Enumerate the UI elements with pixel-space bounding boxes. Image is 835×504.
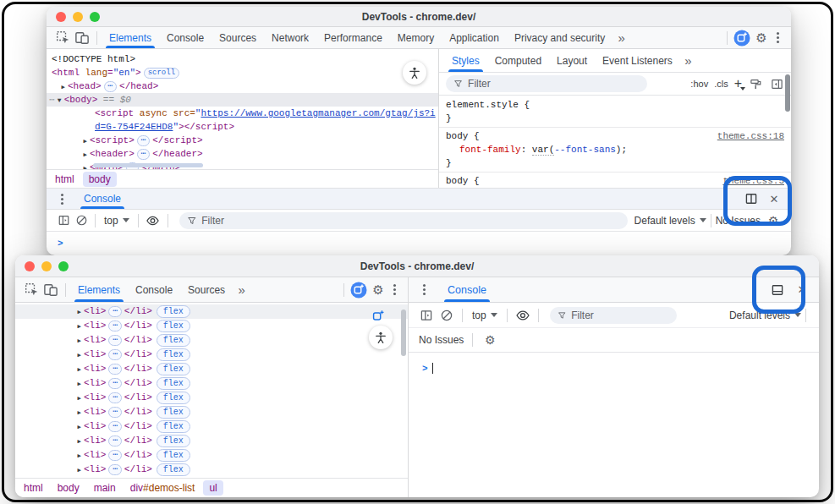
create-live-expression-button[interactable]	[143, 215, 163, 227]
disclosure-arrow-icon[interactable]: ▶	[74, 406, 84, 420]
close-window-button[interactable]	[25, 261, 35, 271]
li-row[interactable]: ▶<li>⋯</li>flex	[15, 419, 408, 434]
disclosure-arrow-icon[interactable]: ▶	[74, 420, 84, 435]
li-row[interactable]: ▶<li>⋯</li>flex	[15, 448, 408, 463]
disclosure-arrow-icon[interactable]: ▶	[74, 363, 84, 377]
breadcrumb-html[interactable]: html	[49, 172, 80, 187]
show-console-sidebar-button[interactable]	[55, 214, 72, 227]
tab-event-listeners[interactable]: Event Listeners	[595, 49, 680, 72]
disclosure-arrow-icon[interactable]: ▶	[80, 148, 90, 162]
flex-badge[interactable]: flex	[157, 406, 190, 419]
inspect-element-button[interactable]	[53, 30, 72, 47]
flex-badge[interactable]: flex	[157, 463, 190, 476]
flex-badge[interactable]: flex	[157, 320, 190, 332]
log-levels-dropdown[interactable]: Default levels	[634, 215, 706, 227]
vertical-scrollbar-thumb[interactable]	[401, 310, 406, 356]
tab-memory[interactable]: Memory	[390, 27, 442, 48]
horizontal-scrollbar-thumb[interactable]	[93, 163, 203, 167]
breadcrumb-body[interactable]: body	[83, 172, 117, 187]
flex-badge[interactable]: flex	[157, 348, 190, 361]
styles-filter[interactable]	[446, 75, 647, 92]
tab-computed[interactable]: Computed	[487, 49, 549, 72]
styles-filter-input[interactable]	[468, 78, 640, 90]
expand-ellipsis-button[interactable]: ⋯	[108, 392, 121, 403]
dom-row-head[interactable]: ▶<head>⋯</head>	[47, 79, 438, 93]
tab-elements[interactable]: Elements	[102, 27, 159, 48]
disclosure-arrow-icon[interactable]: ▼	[55, 94, 64, 107]
accessibility-overlay-button[interactable]	[403, 61, 426, 85]
li-row[interactable]: ▶<li>⋯</li>flex	[15, 405, 408, 419]
scroll-badge[interactable]: scroll	[144, 68, 179, 79]
gtag-url-link[interactable]: https://www.googletagmanager.com/gtag/js…	[201, 108, 435, 118]
expand-ellipsis-button[interactable]: ⋯	[108, 364, 121, 375]
flex-badge[interactable]: flex	[157, 435, 190, 447]
disclosure-arrow-icon[interactable]: ▶	[74, 463, 84, 478]
vertical-scrollbar-thumb[interactable]	[785, 74, 790, 112]
expand-ellipsis-button[interactable]: ⋯	[108, 421, 121, 432]
expand-ellipsis-button[interactable]: ⋯	[108, 464, 121, 475]
tab-network[interactable]: Network	[264, 27, 316, 48]
element-classes-button[interactable]: .cls	[714, 79, 728, 89]
dom-row-doctype[interactable]: <!DOCTYPE html>	[47, 52, 438, 66]
disclosure-arrow-icon[interactable]: ▶	[80, 134, 90, 148]
issues-counter[interactable]: No Issues	[419, 334, 464, 346]
clear-console-button[interactable]	[72, 214, 91, 227]
flex-badge[interactable]: flex	[157, 449, 190, 462]
disclosure-arrow-icon[interactable]: ▶	[74, 348, 84, 363]
expand-ellipsis-button[interactable]: ⋯	[108, 335, 121, 346]
expand-ellipsis-button[interactable]: ⋯	[108, 306, 121, 317]
console-filter[interactable]	[179, 212, 628, 229]
show-console-sidebar-button[interactable]	[417, 309, 436, 322]
breadcrumb-ul[interactable]: ul	[203, 480, 222, 496]
dom-row-script-gtag-1[interactable]: <script async src="https://www.googletag…	[47, 107, 438, 120]
li-row[interactable]: ▶<li>⋯</li>flex	[15, 348, 408, 362]
flex-badge[interactable]: flex	[157, 377, 190, 390]
customize-devtools-button[interactable]	[771, 31, 784, 45]
li-row[interactable]: ▶<li>⋯</li>flex	[15, 434, 408, 448]
tab-console[interactable]: Console	[159, 27, 211, 48]
breadcrumb-body[interactable]: body	[52, 480, 85, 496]
toggle-element-state-button[interactable]: :hov	[690, 79, 708, 89]
expand-ellipsis-button[interactable]: ⋯	[137, 135, 150, 146]
expand-ellipsis-button[interactable]: ⋯	[108, 320, 121, 331]
flex-badge[interactable]: flex	[157, 420, 190, 433]
clear-console-button[interactable]	[436, 309, 458, 322]
console-filter-input[interactable]	[571, 310, 669, 321]
disclosure-arrow-icon[interactable]: ▶	[74, 305, 84, 320]
disclosure-arrow-icon[interactable]: ▶	[80, 162, 90, 169]
tab-styles[interactable]: Styles	[444, 49, 487, 72]
tab-sources[interactable]: Sources	[180, 277, 233, 302]
panel-menu-button[interactable]	[417, 283, 431, 297]
create-live-expression-button[interactable]	[512, 310, 534, 321]
flex-badge[interactable]: flex	[157, 334, 190, 347]
tab-console[interactable]: Console	[128, 277, 180, 302]
console-settings-button[interactable]: ⚙	[481, 334, 498, 346]
more-tabs-button[interactable]: »	[613, 30, 629, 45]
more-sidebar-tabs-button[interactable]: »	[680, 53, 695, 68]
console-filter[interactable]	[550, 307, 677, 324]
disclosure-arrow-icon[interactable]: ▶	[74, 392, 84, 406]
accessibility-overlay-button[interactable]	[369, 326, 393, 349]
drawer-menu-button[interactable]	[55, 192, 69, 205]
disclosure-arrow-icon[interactable]: ▶	[58, 80, 68, 94]
li-row[interactable]: ▶<li>⋯</li>flex	[15, 333, 408, 348]
dom-row-script-gtag-2[interactable]: d=G-754F24EHD8"></script>	[47, 120, 438, 134]
console-prompt[interactable]: >	[47, 232, 791, 249]
close-window-button[interactable]	[56, 12, 66, 22]
ai-assistance-button[interactable]	[349, 282, 369, 299]
minimize-window-button[interactable]	[73, 12, 83, 22]
expand-ellipsis-button[interactable]: ⋯	[108, 349, 121, 360]
console-prompt[interactable]: >	[409, 353, 819, 374]
ai-assistance-button[interactable]	[732, 30, 752, 47]
disclosure-arrow-icon[interactable]: ▶	[74, 334, 84, 348]
li-row[interactable]: ▶<li>⋯</li>flex	[15, 362, 408, 376]
customize-devtools-button[interactable]	[387, 283, 401, 297]
panel-tab-console[interactable]: Console	[444, 277, 490, 302]
new-style-rule-button[interactable]: +	[734, 76, 742, 91]
tab-privacy-security[interactable]: Privacy and security	[507, 27, 613, 48]
disclosure-arrow-icon[interactable]: ▶	[74, 320, 84, 334]
dom-row-script2[interactable]: ▶<script>⋯</script>	[47, 134, 438, 147]
device-toolbar-button[interactable]	[72, 30, 92, 47]
more-tabs-button[interactable]: »	[233, 282, 250, 297]
zoom-window-button[interactable]	[58, 261, 69, 271]
